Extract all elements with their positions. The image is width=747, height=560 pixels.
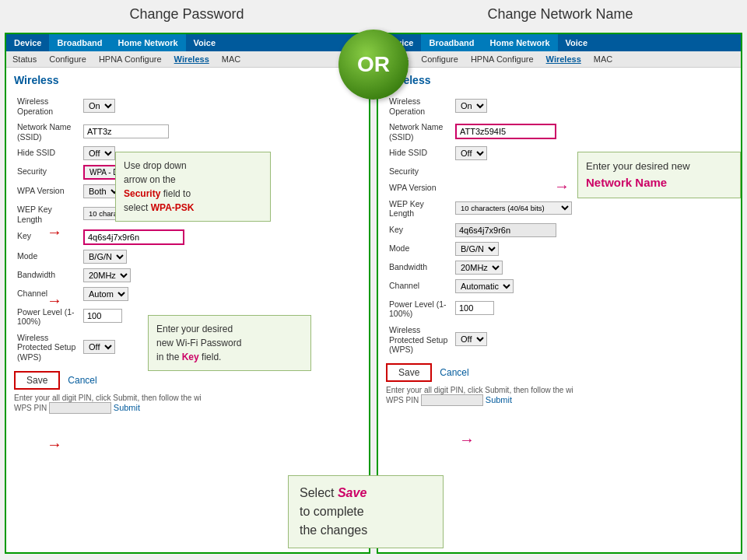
left-sub-nav: Status Configure HPNA Configure Wireless… — [6, 51, 369, 68]
right-row-bandwidth: Bandwidth 20MHz — [386, 258, 733, 277]
left-tab-device[interactable]: Device — [6, 34, 49, 51]
callout-security-word: Security — [124, 188, 160, 199]
left-select-hidessid[interactable]: Off — [83, 146, 115, 160]
left-label-hidessid: Hide SSID — [14, 144, 80, 163]
left-wps-pin-input[interactable] — [49, 402, 111, 414]
right-select-wepkey[interactable]: 10 characters (40/64 bits) — [455, 201, 572, 215]
left-select-mode[interactable]: B/G/N — [83, 250, 127, 264]
right-input-key[interactable] — [455, 223, 556, 237]
right-input-power[interactable] — [455, 301, 494, 315]
right-cancel-button[interactable]: Cancel — [440, 367, 468, 378]
left-row-ssid: Network Name (SSID) — [14, 118, 361, 144]
left-subnav-wireless[interactable]: Wireless — [168, 51, 216, 67]
right-wps-text: Enter your all digit PIN, click Submit, … — [386, 386, 573, 394]
right-wps-submit[interactable]: Submit — [486, 395, 512, 404]
right-title-area: Change Network Name — [374, 0, 747, 27]
left-wps-text: Enter your all digit PIN, click Submit, … — [14, 394, 202, 402]
left-select-wps[interactable]: Off — [83, 340, 115, 354]
left-tab-home-network[interactable]: Home Network — [110, 34, 186, 51]
right-form-table: Wireless Operation On Network Name (SSID… — [386, 93, 733, 357]
right-panel-content: Wireless Wireless Operation On Network N… — [378, 68, 741, 415]
left-key-callout: Enter your desirednew Wi-Fi Passwordin t… — [148, 315, 311, 371]
right-save-arrow: ← — [459, 431, 475, 449]
left-input-power[interactable] — [83, 309, 122, 323]
left-label-ssid: Network Name (SSID) — [14, 118, 80, 144]
right-section-header: Wireless — [386, 74, 733, 86]
right-tab-broadband[interactable]: Broadband — [421, 34, 482, 51]
right-subnav-hpna[interactable]: HPNA Configure — [465, 51, 540, 67]
callout-wpa-word: WPA-PSK — [151, 202, 195, 213]
left-select-operation[interactable]: On — [83, 99, 115, 113]
right-subnav-mac[interactable]: MAC — [587, 51, 619, 67]
left-key-arrow: → — [47, 292, 62, 310]
right-label-power: Power Level (1-100%) — [386, 296, 452, 321]
right-select-channel[interactable]: Automatic — [455, 279, 514, 293]
right-save-button[interactable]: Save — [386, 363, 432, 382]
right-ssid-arrow: ← — [554, 177, 570, 195]
right-label-channel: Channel — [386, 277, 452, 296]
left-select-channel[interactable]: Autom — [83, 287, 128, 301]
left-subnav-status[interactable]: Status — [6, 51, 43, 67]
right-select-mode[interactable]: B/G/N — [455, 242, 499, 256]
right-label-ssid: Network Name (SSID) — [386, 118, 452, 144]
callout-key-word: Key — [182, 352, 199, 362]
left-button-row: Save Cancel — [14, 371, 361, 390]
left-subnav-hpna[interactable]: HPNA Configure — [93, 51, 168, 67]
left-label-wpa: WPA Version — [14, 182, 80, 201]
left-label-security: Security — [14, 163, 80, 182]
left-subnav-mac[interactable]: MAC — [216, 51, 247, 67]
right-nav-tabs: Device Broadband Home Network Voice — [378, 34, 741, 51]
left-save-button[interactable]: Save — [14, 371, 60, 390]
left-input-key[interactable] — [83, 229, 184, 245]
right-label-mode: Mode — [386, 240, 452, 258]
right-label-security: Security — [386, 163, 452, 179]
right-label-wepkey: WEP Key Length — [386, 195, 452, 221]
left-row-channel: Channel Autom — [14, 285, 361, 303]
left-nav-tabs: Device Broadband Home Network Voice — [6, 34, 369, 51]
right-row-wepkey: WEP Key Length 10 characters (40/64 bits… — [386, 195, 733, 221]
left-row-key: Key — [14, 227, 361, 247]
right-label-bandwidth: Bandwidth — [386, 258, 452, 277]
right-title: Change Network Name — [374, 0, 747, 27]
bottom-select-word: Select — [300, 486, 338, 499]
right-wps-pin-label: WPS PIN — [386, 396, 419, 404]
left-security-callout: Use drop downarrow on the Security field… — [115, 152, 271, 222]
right-select-bandwidth[interactable]: 20MHz — [455, 261, 503, 275]
left-tab-voice[interactable]: Voice — [186, 34, 224, 51]
right-subnav-wireless[interactable]: Wireless — [540, 51, 587, 67]
right-input-ssid[interactable] — [455, 124, 556, 139]
right-wps-pin-input[interactable] — [421, 394, 483, 406]
page-container: Change Password Change Network Name OR D… — [0, 0, 747, 560]
right-wps-row: Enter your all digit PIN, click Submit, … — [386, 382, 733, 408]
right-row-ssid: Network Name (SSID) — [386, 118, 733, 144]
left-label-operation: Wireless Operation — [14, 93, 80, 118]
left-wps-submit[interactable]: Submit — [114, 403, 140, 412]
left-row-mode: Mode B/G/N — [14, 247, 361, 266]
right-label-key: Key — [386, 221, 452, 240]
or-label: OR — [357, 52, 390, 77]
left-input-ssid[interactable] — [83, 124, 169, 138]
left-row-operation: Wireless Operation On — [14, 93, 361, 118]
right-network-callout: Enter your desired new Network Name — [577, 152, 741, 198]
right-subnav-configure[interactable]: Configure — [415, 51, 465, 67]
left-security-arrow: → — [47, 223, 62, 241]
callout-key-line1: Enter your desirednew Wi-Fi Passwordin t… — [156, 324, 241, 362]
left-cancel-button[interactable]: Cancel — [68, 375, 96, 386]
right-select-operation[interactable]: On — [455, 99, 487, 113]
right-select-hidessid[interactable]: Off — [455, 146, 487, 160]
right-tab-home-network[interactable]: Home Network — [482, 34, 558, 51]
left-subnav-configure[interactable]: Configure — [43, 51, 93, 67]
right-label-wpa: WPA Version — [386, 179, 452, 195]
right-row-wps: Wireless Protected Setup (WPS) Off — [386, 321, 733, 357]
left-select-bandwidth[interactable]: 20MHz — [83, 268, 131, 282]
right-select-wps[interactable]: Off — [455, 332, 487, 346]
left-wps-row: Enter your all digit PIN, click Submit, … — [14, 390, 361, 416]
left-tab-broadband[interactable]: Broadband — [49, 34, 110, 51]
left-save-arrow: → — [47, 436, 62, 453]
right-tab-voice[interactable]: Voice — [558, 34, 596, 51]
right-row-mode: Mode B/G/N — [386, 240, 733, 258]
right-sub-nav: Status Configure HPNA Configure Wireless… — [378, 51, 741, 68]
right-label-hidessid: Hide SSID — [386, 144, 452, 163]
right-callout-line1: Enter your desired new — [586, 160, 690, 172]
right-row-channel: Channel Automatic — [386, 277, 733, 296]
